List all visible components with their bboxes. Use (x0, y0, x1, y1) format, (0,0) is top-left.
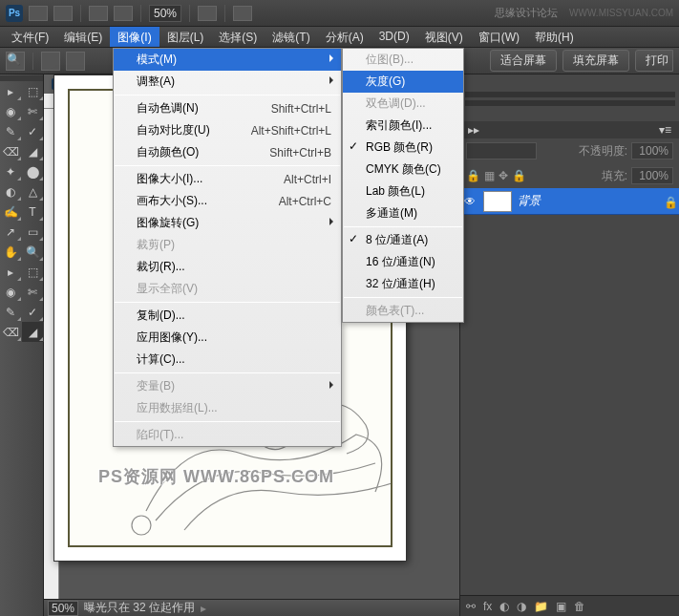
menu-item-label: 模式(M) (137, 52, 177, 68)
tool-2[interactable]: ◉ (0, 101, 22, 121)
fill-input[interactable]: 100% (631, 167, 673, 184)
menu-item-RGB-颜色R[interactable]: RGB 颜色(R)✓ (343, 137, 463, 159)
fit-screen-button[interactable]: 适合屏幕 (490, 50, 557, 72)
panel-tab[interactable]: ▸▸ (460, 121, 487, 138)
adjustment-icon[interactable]: ◑ (517, 600, 526, 613)
menu-item-多通道M[interactable]: 多通道(M) (343, 202, 463, 224)
screen-mode-icon[interactable] (89, 6, 108, 21)
menu-item-调整A[interactable]: 调整(A) (114, 71, 341, 93)
blend-mode-combo[interactable] (466, 142, 537, 159)
menu-窗口w[interactable]: 窗口(W) (471, 27, 527, 47)
check-icon: ✓ (349, 139, 358, 153)
tool-19[interactable]: ⬚ (22, 262, 44, 282)
zoom-out-icon[interactable] (66, 52, 85, 71)
new-layer-icon[interactable]: ▣ (556, 600, 566, 613)
tool-0[interactable]: ▸ (0, 81, 22, 101)
menu-item-8-位/通道A[interactable]: 8 位/通道(A)✓ (343, 229, 463, 251)
tool-20[interactable]: ◉ (0, 282, 22, 302)
tool-7[interactable]: ◢ (22, 141, 44, 161)
lock-pixels-icon[interactable]: ▦ (484, 169, 495, 182)
zoom-in-icon[interactable] (41, 52, 60, 71)
menu-separator (115, 302, 340, 303)
tool-17[interactable]: 🔍 (22, 242, 44, 262)
tool-4[interactable]: ✎ (0, 121, 22, 141)
tool-5[interactable]: ✓ (22, 121, 44, 141)
visibility-icon[interactable]: 👁 (464, 195, 477, 208)
status-zoom[interactable]: 50% (48, 601, 78, 616)
tool-13[interactable]: T (22, 202, 44, 222)
menu-item-图像旋转G[interactable]: 图像旋转(G) (114, 212, 341, 234)
zoom-level[interactable]: 50% (149, 5, 181, 22)
tool-9[interactable]: ⬤ (22, 161, 44, 181)
menu-item-计算C[interactable]: 计算(C)... (114, 349, 341, 371)
menu-分析a[interactable]: 分析(A) (318, 27, 371, 47)
submenu-arrow-icon (329, 76, 337, 84)
bridge-icon[interactable] (29, 6, 48, 21)
menu-item-自动对比度U[interactable]: 自动对比度(U)Alt+Shift+Ctrl+L (114, 119, 341, 141)
mask-icon[interactable]: ◐ (499, 600, 509, 613)
tool-6[interactable]: ⌫ (0, 141, 22, 161)
menu-item-自动颜色O[interactable]: 自动颜色(O)Shift+Ctrl+B (114, 141, 341, 163)
menu-item-CMYK-颜色C[interactable]: CMYK 颜色(C) (343, 159, 463, 181)
menu-item-复制D[interactable]: 复制(D)... (114, 305, 341, 327)
layer-row[interactable]: 👁 背景 🔒 (460, 188, 679, 215)
menu-图层l[interactable]: 图层(L) (159, 27, 212, 47)
panel-menu-icon[interactable]: ▾≡ (651, 121, 679, 138)
tool-22[interactable]: ✎ (0, 302, 22, 322)
lock-all-icon[interactable]: 🔒 (512, 169, 526, 182)
menu-3dd[interactable]: 3D(D) (371, 27, 417, 47)
tool-10[interactable]: ◐ (0, 181, 22, 202)
menu-文件f[interactable]: 文件(F) (4, 27, 56, 47)
lock-row: 🔒 ▦ ✥ 🔒 填充: 100% (460, 163, 679, 188)
tool-8[interactable]: ✦ (0, 161, 22, 181)
menu-编辑e[interactable]: 编辑(E) (56, 27, 110, 47)
tool-16[interactable]: ✋ (0, 242, 22, 262)
layer-thumbnail[interactable] (483, 191, 512, 212)
group-icon[interactable]: 📁 (534, 600, 548, 613)
menu-滤镜t[interactable]: 滤镜(T) (265, 27, 317, 47)
menu-视图v[interactable]: 视图(V) (417, 27, 471, 47)
workspace-icon[interactable] (233, 6, 252, 21)
minibridge-icon[interactable] (53, 6, 73, 21)
menu-item-label: 自动对比度(U) (137, 122, 210, 138)
tool-21[interactable]: ✄ (22, 282, 44, 302)
lock-position-icon[interactable]: ✥ (499, 169, 508, 182)
tool-12[interactable]: ✍ (0, 202, 22, 222)
tool-1[interactable]: ⬚ (22, 81, 44, 101)
tool-14[interactable]: ↗ (0, 222, 22, 242)
menu-item-灰度G[interactable]: 灰度(G) (343, 71, 463, 93)
tool-18[interactable]: ▸ (0, 262, 22, 282)
tool-25[interactable]: ◢ (22, 322, 44, 342)
menu-item-32-位/通道H[interactable]: 32 位/通道(H) (343, 273, 463, 295)
menu-item-模式M[interactable]: 模式(M) (114, 49, 341, 71)
tool-3[interactable]: ✄ (22, 101, 44, 121)
tool-15[interactable]: ▭ (22, 222, 44, 242)
menu-item-Lab-颜色L[interactable]: Lab 颜色(L) (343, 181, 463, 202)
fx-icon[interactable]: fx (483, 600, 492, 613)
extras-icon[interactable] (114, 6, 133, 21)
menu-item-画布大小S[interactable]: 画布大小(S)...Alt+Ctrl+C (114, 190, 341, 212)
link-layers-icon[interactable]: ⚯ (466, 600, 476, 613)
menu-图像i[interactable]: 图像(I) (110, 27, 159, 47)
print-size-button[interactable]: 打印 (635, 50, 673, 72)
menu-item-索引颜色I[interactable]: 索引颜色(I)... (343, 115, 463, 137)
panel-collapse-grip[interactable] (465, 92, 675, 97)
menu-帮助h[interactable]: 帮助(H) (527, 27, 582, 47)
menu-item-裁切R[interactable]: 裁切(R)... (114, 256, 341, 278)
menu-item-自动色调N[interactable]: 自动色调(N)Shift+Ctrl+L (114, 97, 341, 119)
menu-item-16-位/通道N[interactable]: 16 位/通道(N) (343, 251, 463, 273)
lock-icon[interactable]: 🔒 (466, 169, 480, 182)
menu-item-图像大小I[interactable]: 图像大小(I)...Alt+Ctrl+I (114, 168, 341, 190)
arrange-icon[interactable] (198, 6, 217, 21)
tool-24[interactable]: ⌫ (0, 322, 22, 342)
menu-选择s[interactable]: 选择(S) (211, 27, 265, 47)
tool-23[interactable]: ✓ (22, 302, 44, 322)
menu-item-应用图像Y[interactable]: 应用图像(Y)... (114, 327, 341, 349)
opacity-input[interactable]: 100% (631, 142, 673, 159)
status-bar: 50% 曝光只在 32 位起作用 ▸ (44, 599, 459, 616)
tool-11[interactable]: △ (22, 181, 44, 202)
fill-screen-button[interactable]: 填充屏幕 (562, 50, 629, 72)
menu-item-label: 图像大小(I)... (137, 171, 202, 187)
layer-name[interactable]: 背景 (518, 193, 541, 209)
delete-icon[interactable]: 🗑 (574, 600, 585, 613)
